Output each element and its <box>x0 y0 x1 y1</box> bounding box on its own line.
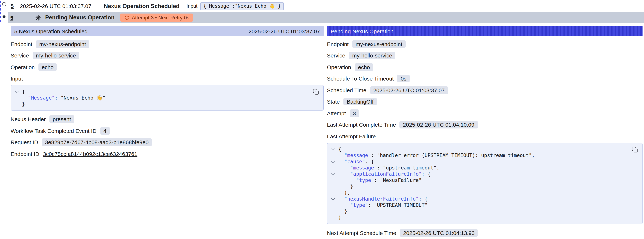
json-line: "applicationFailureInfo": { <box>327 171 626 177</box>
field-label: Service <box>327 52 345 58</box>
json-line: { <box>327 146 626 152</box>
last-attempt-failure-label: Last Attempt Failure <box>327 132 642 140</box>
event-title: Nexus Operation Scheduled <box>104 3 180 9</box>
timeline-connector <box>4 7 4 14</box>
field-value-badge: my-hello-service <box>349 52 396 59</box>
field-value-badge: 3e829b7e-7d67-4b08-aad3-b1e868bfe9e0 <box>42 138 152 146</box>
scheduled-event-panel: 5 Nexus Operation Scheduled 2025-02-26 U… <box>10 26 324 161</box>
field-value-badge: 3 <box>350 109 359 117</box>
json-line: } <box>327 183 626 190</box>
field-endpoint-id: Endpoint ID 3c0c75ccfa8144b092c13ce63246… <box>10 150 324 158</box>
field-value-badge: echo <box>355 63 373 71</box>
json-line: "message": "upstream timeout", <box>327 165 626 171</box>
field-next-attempt-schedule-time: Next Attempt Schedule Time 2025-02-26 UT… <box>327 228 642 237</box>
field-endpoint: Endpoint my-nexus-endpoint <box>10 40 324 48</box>
json-line: } <box>327 214 626 221</box>
field-label: Operation <box>10 64 35 70</box>
field-label: Operation <box>327 64 351 70</box>
chevron-down-icon[interactable] <box>327 196 338 202</box>
field-label: Schedule To Close Timeout <box>327 76 394 82</box>
field-label: Service <box>10 52 29 58</box>
field-schedule-to-close-timeout: Schedule To Close Timeout 0s <box>327 74 642 83</box>
field-service: Service my-hello-service <box>10 51 324 60</box>
attempt-badge: Attempt 3 • Next Retry 0s <box>120 14 194 22</box>
attempt-badge-label: Attempt 3 • Next Retry 0s <box>132 15 190 20</box>
scheduled-event-body: Endpoint my-nexus-endpoint Service my-he… <box>10 36 324 158</box>
json-line-gutter <box>11 94 22 101</box>
field-label: Attempt <box>327 110 346 116</box>
field-value-badge: echo <box>38 63 57 71</box>
json-line-gutter <box>327 208 338 214</box>
json-line-gutter <box>11 101 22 107</box>
pending-operation-header-title: Pending Nexus Operation <box>330 28 394 34</box>
field-label: Last Attempt Complete Time <box>327 122 396 128</box>
field-value-badge: my-nexus-endpoint <box>352 40 406 48</box>
field-label: Endpoint <box>327 41 348 47</box>
chevron-down-icon[interactable] <box>327 171 338 177</box>
selected-event-indicator <box>0 1 1 22</box>
scheduled-event-header-title: 5 Nexus Operation Scheduled <box>14 28 88 34</box>
input-json-block: { "Message": "Nexus Echo 👋" } <box>10 85 324 110</box>
json-line: { <box>11 88 307 94</box>
json-line-gutter <box>327 152 338 158</box>
input-preview-chip: {"Message":"Nexus Echo 👋"} <box>200 2 284 10</box>
field-value-badge: present <box>50 115 74 123</box>
field-value-badge: 2025-02-26 UTC 01:03:37.07 <box>370 86 448 94</box>
field-label: Nexus Header <box>10 116 46 122</box>
json-line: } <box>11 101 307 107</box>
field-request-id: Request ID 3e829b7e-7d67-4b08-aad3-b1e86… <box>10 138 324 146</box>
temporal-event-history-screen: 5 2025-02-26 UTC 01:03:37.07 Nexus Opera… <box>0 0 644 239</box>
field-scheduled-time: Scheduled Time 2025-02-26 UTC 01:03:37.0… <box>327 86 642 94</box>
field-attempt: Attempt 3 <box>327 109 642 117</box>
field-label: State <box>327 98 340 105</box>
pending-operation-header: Pending Nexus Operation <box>327 26 642 36</box>
copy-icon[interactable] <box>312 88 320 96</box>
pending-event-id-link[interactable]: 5 <box>10 14 13 21</box>
json-line-gutter <box>327 177 338 183</box>
field-label: Endpoint <box>10 41 32 47</box>
json-line-gutter <box>327 202 338 208</box>
failure-json-block: { "message": "handler error (UPSTREAM_TI… <box>327 142 642 224</box>
input-label: Input <box>186 3 197 9</box>
field-label: Next Attempt Schedule Time <box>327 230 396 236</box>
field-last-attempt-complete-time: Last Attempt Complete Time 2025-02-26 UT… <box>327 120 642 129</box>
field-value-badge: my-hello-service <box>32 52 79 59</box>
chevron-down-icon[interactable] <box>327 158 338 165</box>
field-workflow-task-completed-event-id: Workflow Task Completed Event ID 4 <box>10 126 324 135</box>
field-label: Scheduled Time <box>327 87 366 93</box>
field-endpoint: Endpoint my-nexus-endpoint <box>327 40 642 48</box>
json-line-gutter <box>327 183 338 190</box>
timeline-circle-icon <box>2 2 6 6</box>
field-value-badge: 2025-02-26 UTC 01:04:10.09 <box>400 121 478 128</box>
input-section-label: Input <box>10 74 324 83</box>
pending-operation-panel: Pending Nexus Operation Endpoint my-nexu… <box>327 26 642 239</box>
field-state: State BackingOff <box>327 97 642 106</box>
field-service: Service my-hello-service <box>327 51 642 60</box>
json-line: "type": "NexusFailure" <box>327 177 626 183</box>
chevron-down-icon[interactable] <box>327 146 338 152</box>
endpoint-id-link[interactable]: 3c0c75ccfa8144b092c13ce632463761 <box>43 150 137 157</box>
field-value-badge: 0s <box>398 75 410 82</box>
pending-nexus-operation-row[interactable]: 5 Pending Nexus Operation Attempt 3 • Ne… <box>8 12 644 23</box>
json-line: "nexusHandlerFailureInfo": { <box>327 196 626 202</box>
json-line: "cause": { <box>327 158 626 165</box>
field-value-badge: 4 <box>100 127 110 134</box>
field-label: Endpoint ID <box>10 150 39 157</box>
field-nexus-header: Nexus Header present <box>10 115 324 123</box>
event-id-link[interactable]: 5 <box>10 3 14 9</box>
field-label: Workflow Task Completed Event ID <box>10 128 96 134</box>
scheduled-event-header-timestamp: 2025-02-26 UTC 01:03:37.07 <box>248 28 320 34</box>
field-operation: Operation echo <box>10 63 324 71</box>
field-value-badge: BackingOff <box>344 98 377 106</box>
field-value-badge: 2025-02-26 UTC 01:04:13.93 <box>400 229 478 236</box>
chevron-down-icon[interactable] <box>11 88 22 94</box>
copy-icon[interactable] <box>631 146 639 154</box>
retry-icon <box>124 15 129 20</box>
field-operation: Operation echo <box>327 63 642 71</box>
json-line: "Message": "Nexus Echo 👋" <box>11 94 307 101</box>
event-row-nexus-operation-scheduled[interactable]: 5 2025-02-26 UTC 01:03:37.07 Nexus Opera… <box>0 0 644 12</box>
json-line: }, <box>327 190 626 196</box>
json-line-gutter <box>327 165 338 171</box>
pending-operation-body: Endpoint my-nexus-endpoint Service my-he… <box>327 36 642 237</box>
event-timestamp: 2025-02-26 UTC 01:03:37.07 <box>20 3 91 9</box>
